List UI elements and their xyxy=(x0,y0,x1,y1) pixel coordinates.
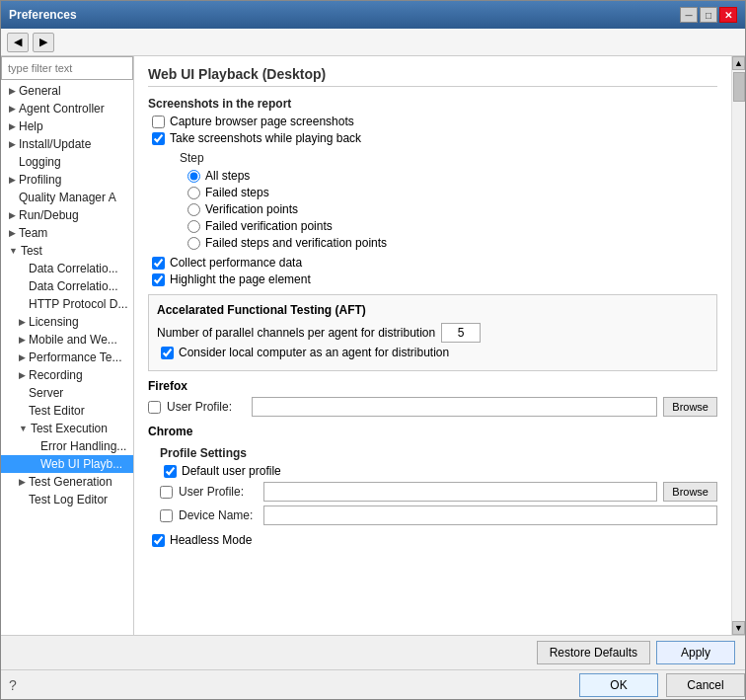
radio-verification-points: Verification points xyxy=(187,202,717,216)
headless-mode-label: Headless Mode xyxy=(170,533,252,547)
radio-failed-vp-input[interactable] xyxy=(187,220,200,233)
content-title: Web UI Playback (Desktop) xyxy=(148,66,717,87)
highlight-page-label: Highlight the page element xyxy=(170,272,311,286)
chrome-user-profile-input[interactable] xyxy=(263,482,657,502)
firefox-browse-button[interactable]: Browse xyxy=(663,397,717,417)
back-button[interactable]: ◀ xyxy=(7,33,29,52)
sidebar: ▶ General ▶ Agent Controller ▶ Help ▶ In… xyxy=(1,56,134,635)
arrow-icon: ▶ xyxy=(19,352,26,362)
sidebar-item-data-correlation2[interactable]: ▶ Data Correlatio... xyxy=(1,277,133,295)
sidebar-item-label: HTTP Protocol D... xyxy=(29,297,127,311)
sidebar-item-quality-manager[interactable]: ▶ Quality Manager A xyxy=(1,189,133,206)
sidebar-item-profiling[interactable]: ▶ Profiling xyxy=(1,171,133,189)
sidebar-item-general[interactable]: ▶ General xyxy=(1,82,133,100)
take-screenshots-row: Take screenshots while playing back xyxy=(152,131,717,145)
sidebar-item-error-handling[interactable]: ▶ Error Handling... xyxy=(1,437,133,455)
restore-defaults-button[interactable]: Restore Defaults xyxy=(537,641,650,664)
arrow-icon: ▶ xyxy=(9,86,16,96)
sidebar-item-logging[interactable]: ▶ Logging xyxy=(1,153,133,171)
scroll-up-btn[interactable]: ▲ xyxy=(732,56,745,70)
capture-browser-checkbox[interactable] xyxy=(152,116,165,128)
collect-performance-checkbox[interactable] xyxy=(152,257,165,270)
arrow-icon: ▶ xyxy=(9,228,16,238)
highlight-page-row: Highlight the page element xyxy=(152,272,717,286)
bottom-bar: Restore Defaults Apply xyxy=(1,635,745,669)
footer-bar: ? OK Cancel xyxy=(1,669,745,699)
sidebar-item-team[interactable]: ▶ Team xyxy=(1,224,133,242)
scrollbar[interactable]: ▲ ▼ xyxy=(731,56,745,635)
radio-failed-steps-vp-input[interactable] xyxy=(187,237,200,250)
consider-local-checkbox[interactable] xyxy=(161,347,174,359)
sidebar-item-recording[interactable]: ▶ Recording xyxy=(1,366,133,384)
ok-button[interactable]: OK xyxy=(579,673,658,697)
scroll-down-btn[interactable]: ▼ xyxy=(732,621,745,635)
capture-browser-label: Capture browser page screenshots xyxy=(170,115,354,128)
sidebar-item-agent-controller[interactable]: ▶ Agent Controller xyxy=(1,100,133,117)
arrow-icon: ▶ xyxy=(19,370,26,380)
sidebar-item-server[interactable]: ▶ Server xyxy=(1,384,133,402)
sidebar-item-test-log-editor[interactable]: ▶ Test Log Editor xyxy=(1,491,133,508)
arrow-icon: ▶ xyxy=(9,104,16,114)
sidebar-item-run-debug[interactable]: ▶ Run/Debug xyxy=(1,206,133,224)
cancel-button[interactable]: Cancel xyxy=(666,673,745,697)
firefox-user-profile-input[interactable] xyxy=(252,397,657,417)
forward-button[interactable]: ▶ xyxy=(33,33,54,52)
firefox-user-profile-checkbox[interactable] xyxy=(148,401,161,414)
take-screenshots-label: Take screenshots while playing back xyxy=(170,131,361,145)
scroll-track xyxy=(732,70,745,621)
arrow-icon: ▶ xyxy=(9,139,16,149)
parallel-channels-input[interactable] xyxy=(441,323,481,343)
firefox-user-profile-label: User Profile: xyxy=(167,400,246,414)
sidebar-item-test[interactable]: ▼ Test xyxy=(1,242,133,260)
sidebar-item-performance-test[interactable]: ▶ Performance Te... xyxy=(1,349,133,366)
default-user-profile-row: Default user profile xyxy=(164,464,717,478)
radio-verification-points-input[interactable] xyxy=(187,203,200,216)
minimize-button[interactable]: ─ xyxy=(680,7,698,23)
consider-local-row: Consider local computer as an agent for … xyxy=(161,346,709,359)
main-area: ▶ General ▶ Agent Controller ▶ Help ▶ In… xyxy=(1,56,745,635)
take-screenshots-checkbox[interactable] xyxy=(152,132,165,145)
device-name-input[interactable] xyxy=(263,506,717,525)
maximize-button[interactable]: □ xyxy=(700,7,717,23)
collect-performance-label: Collect performance data xyxy=(170,256,302,270)
sidebar-item-test-editor[interactable]: ▶ Test Editor xyxy=(1,402,133,420)
sidebar-item-label: Web UI Playb... xyxy=(40,457,122,471)
chrome-user-profile-checkbox[interactable] xyxy=(160,486,173,499)
close-button[interactable]: ✕ xyxy=(719,7,737,23)
sidebar-item-label: Test Log Editor xyxy=(29,493,108,506)
aft-section: Accelarated Functional Testing (AFT) Num… xyxy=(148,294,717,371)
default-user-profile-checkbox[interactable] xyxy=(164,465,177,478)
sidebar-item-label: Run/Debug xyxy=(19,208,79,222)
sidebar-item-label: Performance Te... xyxy=(29,350,122,364)
sidebar-item-web-ui-playback[interactable]: ▶ Web UI Playb... xyxy=(1,455,133,473)
device-name-checkbox[interactable] xyxy=(160,509,173,522)
sidebar-item-data-correlation1[interactable]: ▶ Data Correlatio... xyxy=(1,260,133,277)
sidebar-item-test-generation[interactable]: ▶ Test Generation xyxy=(1,473,133,491)
sidebar-item-label: Licensing xyxy=(29,315,79,329)
sidebar-item-help[interactable]: ▶ Help xyxy=(1,117,133,135)
sidebar-item-mobile-web[interactable]: ▶ Mobile and We... xyxy=(1,331,133,349)
sidebar-item-label: Test Execution xyxy=(31,422,108,435)
sidebar-item-label: Data Correlatio... xyxy=(29,262,118,275)
sidebar-item-http-protocol[interactable]: ▶ HTTP Protocol D... xyxy=(1,295,133,313)
radio-failed-steps-input[interactable] xyxy=(187,187,200,199)
scroll-thumb[interactable] xyxy=(733,72,745,102)
chrome-browse-button[interactable]: Browse xyxy=(663,482,717,502)
consider-local-label: Consider local computer as an agent for … xyxy=(179,346,449,359)
headless-mode-row: Headless Mode xyxy=(152,533,717,547)
firefox-user-profile-row: User Profile: Browse xyxy=(148,397,717,417)
chrome-user-profile-label: User Profile: xyxy=(179,485,258,499)
apply-button[interactable]: Apply xyxy=(656,641,735,664)
help-icon[interactable]: ? xyxy=(9,677,17,693)
sidebar-item-install-update[interactable]: ▶ Install/Update xyxy=(1,135,133,153)
filter-input[interactable] xyxy=(1,56,133,80)
arrow-icon: ▶ xyxy=(9,175,16,185)
radio-all-steps-input[interactable] xyxy=(187,170,200,183)
sidebar-item-licensing[interactable]: ▶ Licensing xyxy=(1,313,133,331)
sidebar-item-label: Test Generation xyxy=(29,475,112,489)
headless-mode-checkbox[interactable] xyxy=(152,534,165,547)
highlight-page-checkbox[interactable] xyxy=(152,273,165,286)
chrome-title: Chrome xyxy=(148,425,717,438)
sidebar-item-label: Help xyxy=(19,119,43,133)
sidebar-item-test-execution[interactable]: ▼ Test Execution xyxy=(1,420,133,437)
